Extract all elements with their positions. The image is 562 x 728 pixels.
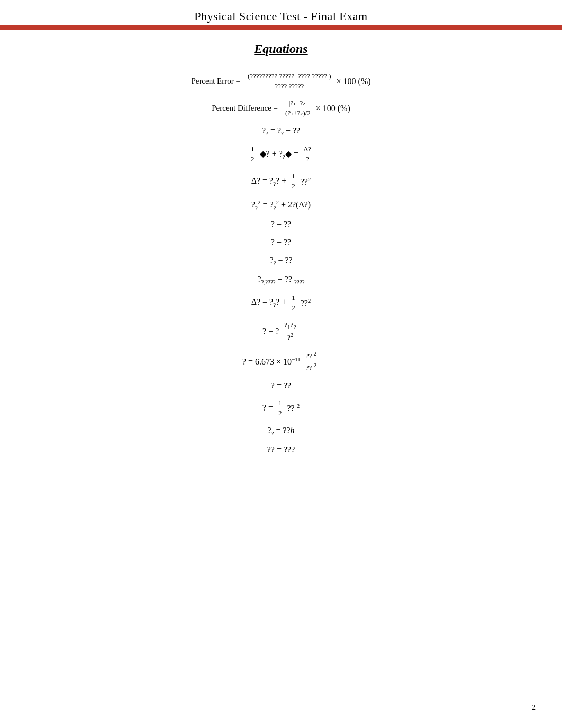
eq15-row: ?? = ??? <box>42 445 520 454</box>
percent-error-numerator: (????????? ?????–???? ????? ) <box>246 72 333 81</box>
eq2-row: 1 2 ◆? + ??◆ = Δ? ? <box>42 145 520 163</box>
eq8-row: ??,???? = ?? ???? <box>42 275 520 285</box>
eq2-rhs: Δ? ? <box>302 145 313 163</box>
percent-error-row: Percent Error = (????????? ?????–???? ??… <box>42 72 520 90</box>
page-number: 2 <box>532 704 536 712</box>
eq7-text: ?? = ?? <box>269 256 292 266</box>
eq14-text: ?? = ??h <box>267 426 294 436</box>
eq6-text: ? = ?? <box>271 238 291 247</box>
section-title: Equations <box>0 42 562 56</box>
eq14-row: ?? = ??h <box>42 426 520 436</box>
percent-error-suffix: × 100 (%) <box>337 77 371 86</box>
percent-diff-suffix: × 100 (%) <box>316 104 350 113</box>
eq4-text: ??2 = ??2 + 2?(Δ?) <box>251 199 311 211</box>
percent-error-denominator: ???? ????? <box>273 81 305 90</box>
eq9-text: Δ? = ??? + 1 2 ??2 <box>251 294 311 312</box>
percent-diff-row: Percent Difference = |?₁−?₂| (?₁+?₂)/2 ×… <box>42 99 520 117</box>
eq5-text: ? = ?? <box>271 220 291 229</box>
eq9-row: Δ? = ??? + 1 2 ??2 <box>42 294 520 312</box>
eq15-text: ?? = ??? <box>267 445 295 454</box>
eq3-text: Δ? = ??? + 1 2 ??2 <box>251 172 311 190</box>
percent-diff-numerator: |?₁−?₂| <box>287 99 309 108</box>
eq12-text: ? = ?? <box>271 381 291 390</box>
eq6-row: ? = ?? <box>42 238 520 247</box>
percent-diff-eq: |?₁−?₂| (?₁+?₂)/2 × 100 (%) <box>282 99 350 117</box>
eq5-row: ? = ?? <box>42 220 520 229</box>
eq8-text: ??,???? = ?? ???? <box>257 275 304 285</box>
page-title: Physical Science Test - Final Exam <box>0 0 562 27</box>
eq10-text: ? = ? ?1?2 ?2 <box>262 321 300 342</box>
eq13-text: ? = 1 2 ?? 2 <box>262 399 300 417</box>
equations-container: Percent Error = (????????? ?????–???? ??… <box>0 72 562 495</box>
eq11-text: ? = 6.673 × 10−11 ?? 2 ?? 2 <box>242 350 320 372</box>
eq2-half: 1 2 <box>249 145 256 163</box>
eq4-row: ??2 = ??2 + 2?(Δ?) <box>42 199 520 211</box>
percent-diff-denominator: (?₁+?₂)/2 <box>284 108 312 117</box>
section-label: Equations <box>254 42 307 56</box>
percent-diff-label: Percent Difference = <box>212 104 278 113</box>
eq10-row: ? = ? ?1?2 ?2 <box>42 321 520 342</box>
percent-diff-fraction: |?₁−?₂| (?₁+?₂)/2 <box>284 99 312 117</box>
eq13-row: ? = 1 2 ?? 2 <box>42 399 520 417</box>
eq11-row: ? = 6.673 × 10−11 ?? 2 ?? 2 <box>42 350 520 372</box>
percent-error-eq: (????????? ?????–???? ????? ) ???? ?????… <box>244 72 371 90</box>
page-number-text: 2 <box>532 704 536 712</box>
percent-error-label: Percent Error = <box>191 77 240 86</box>
eq7-row: ?? = ?? <box>42 256 520 266</box>
eq3-row: Δ? = ??? + 1 2 ??2 <box>42 172 520 190</box>
eq2-text: 1 2 ◆? + ??◆ = Δ? ? <box>248 145 314 163</box>
title-text: Physical Science Test - Final Exam <box>194 10 367 23</box>
eq1-text: ?? = ?? + ?? <box>262 126 300 136</box>
red-divider <box>0 27 562 30</box>
percent-error-fraction: (????????? ?????–???? ????? ) ???? ????? <box>246 72 333 90</box>
eq1-row: ?? = ?? + ?? <box>42 126 520 136</box>
eq12-row: ? = ?? <box>42 381 520 390</box>
